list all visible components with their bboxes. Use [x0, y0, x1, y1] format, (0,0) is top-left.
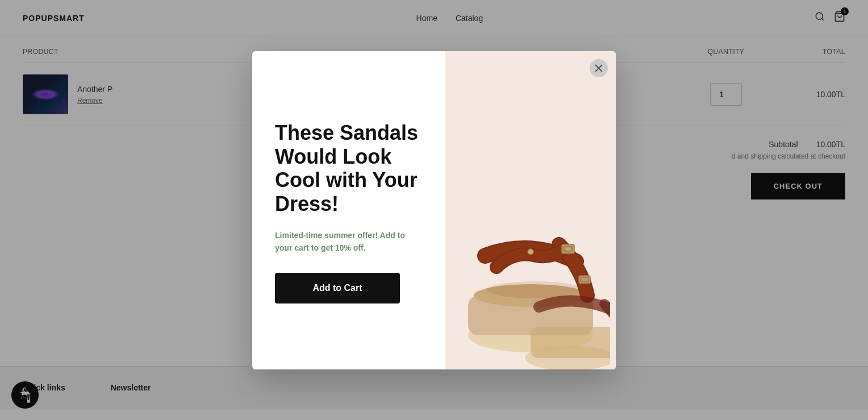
svg-rect-16	[531, 327, 610, 358]
modal-overlay[interactable]: These Sandals Would Look Cool with Your …	[0, 0, 868, 409]
close-popup-button[interactable]	[590, 59, 608, 77]
svg-point-11	[566, 247, 570, 251]
popup-modal: These Sandals Would Look Cool with Your …	[252, 51, 616, 369]
popup-title: These Sandals Would Look Cool with Your …	[275, 121, 423, 215]
add-to-cart-button[interactable]: Add to Cart	[275, 273, 400, 303]
sandal-image	[445, 51, 616, 369]
popup-right	[445, 51, 616, 369]
popup-subtitle-highlight: 10% off.	[335, 243, 366, 252]
popup-subtitle: Limited-time summer offer! Add to your c…	[275, 229, 423, 255]
popup-left: These Sandals Would Look Cool with Your …	[252, 51, 445, 369]
svg-point-14	[528, 249, 533, 255]
